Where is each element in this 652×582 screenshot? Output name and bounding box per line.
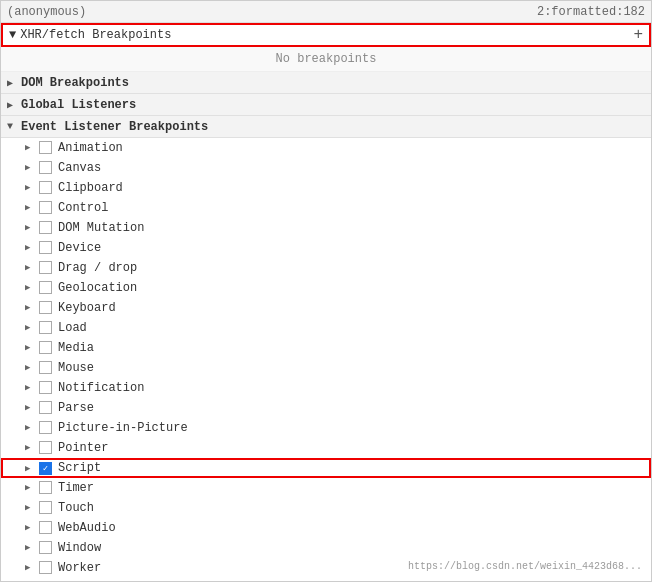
event-item-load[interactable]: ▶Load [1, 318, 651, 338]
watermark: https://blog.csdn.net/weixin_4423d68... [408, 561, 642, 572]
event-item-label-clipboard: Clipboard [58, 181, 123, 195]
event-item-checkbox-media[interactable] [39, 341, 52, 354]
event-item-arrow-picture-in-picture: ▶ [25, 422, 35, 433]
section-event-listener-breakpoints[interactable]: ▼ Event Listener Breakpoints [1, 116, 651, 138]
debugger-panel: (anonymous) 2:formatted:182 ▼ XHR/fetch … [0, 0, 652, 582]
event-item-arrow-parse: ▶ [25, 402, 35, 413]
event-item-checkbox-animation[interactable] [39, 141, 52, 154]
event-item-arrow-touch: ▶ [25, 502, 35, 513]
event-item-arrow-webaudio: ▶ [25, 522, 35, 533]
event-item-touch[interactable]: ▶Touch [1, 498, 651, 518]
event-item-clipboard[interactable]: ▶Clipboard [1, 178, 651, 198]
event-item-arrow-dom-mutation: ▶ [25, 222, 35, 233]
event-item-label-parse: Parse [58, 401, 94, 415]
event-item-label-notification: Notification [58, 381, 144, 395]
event-item-checkbox-load[interactable] [39, 321, 52, 334]
xhr-fetch-header[interactable]: ▼ XHR/fetch Breakpoints + [1, 23, 651, 47]
event-item-mouse[interactable]: ▶Mouse [1, 358, 651, 378]
event-item-checkbox-dom-mutation[interactable] [39, 221, 52, 234]
event-item-checkbox-notification[interactable] [39, 381, 52, 394]
dom-breakpoints-label: DOM Breakpoints [21, 76, 129, 90]
event-item-checkbox-mouse[interactable] [39, 361, 52, 374]
event-items-container: ▶Animation▶Canvas▶Clipboard▶Control▶DOM … [1, 138, 651, 581]
event-item-control[interactable]: ▶Control [1, 198, 651, 218]
event-item-label-dom-mutation: DOM Mutation [58, 221, 144, 235]
event-item-label-load: Load [58, 321, 87, 335]
event-item-label-worker: Worker [58, 561, 101, 575]
event-item-label-animation: Animation [58, 141, 123, 155]
event-item-label-script: Script [58, 461, 101, 475]
event-item-label-mouse: Mouse [58, 361, 94, 375]
event-item-label-canvas: Canvas [58, 161, 101, 175]
event-item-label-picture-in-picture: Picture-in-Picture [58, 421, 188, 435]
event-item-checkbox-timer[interactable] [39, 481, 52, 494]
event-item-device[interactable]: ▶Device [1, 238, 651, 258]
event-item-geolocation[interactable]: ▶Geolocation [1, 278, 651, 298]
event-item-arrow-load: ▶ [25, 322, 35, 333]
top-bar: (anonymous) 2:formatted:182 [1, 1, 651, 23]
event-item-checkbox-pointer[interactable] [39, 441, 52, 454]
event-item-arrow-keyboard: ▶ [25, 302, 35, 313]
event-item-label-window: Window [58, 541, 101, 555]
event-item-notification[interactable]: ▶Notification [1, 378, 651, 398]
event-item-checkbox-geolocation[interactable] [39, 281, 52, 294]
event-item-parse[interactable]: ▶Parse [1, 398, 651, 418]
event-listener-label: Event Listener Breakpoints [21, 120, 208, 134]
event-item-arrow-media: ▶ [25, 342, 35, 353]
event-item-checkbox-control[interactable] [39, 201, 52, 214]
event-item-checkbox-webaudio[interactable] [39, 521, 52, 534]
event-item-arrow-clipboard: ▶ [25, 182, 35, 193]
event-item-arrow-pointer: ▶ [25, 442, 35, 453]
event-item-keyboard[interactable]: ▶Keyboard [1, 298, 651, 318]
event-item-checkbox-drag-drop[interactable] [39, 261, 52, 274]
event-item-label-webaudio: WebAudio [58, 521, 116, 535]
event-item-checkbox-parse[interactable] [39, 401, 52, 414]
event-item-checkbox-picture-in-picture[interactable] [39, 421, 52, 434]
event-item-media[interactable]: ▶Media [1, 338, 651, 358]
event-item-label-device: Device [58, 241, 101, 255]
event-item-script[interactable]: ▶Script [1, 458, 651, 478]
section-dom-breakpoints[interactable]: ▶ DOM Breakpoints [1, 72, 651, 94]
event-item-label-pointer: Pointer [58, 441, 108, 455]
event-item-checkbox-device[interactable] [39, 241, 52, 254]
top-bar-location: 2:formatted:182 [537, 5, 645, 19]
event-item-label-control: Control [58, 201, 108, 215]
event-item-label-keyboard: Keyboard [58, 301, 116, 315]
event-item-drag-drop[interactable]: ▶Drag / drop [1, 258, 651, 278]
event-item-arrow-timer: ▶ [25, 482, 35, 493]
event-item-checkbox-touch[interactable] [39, 501, 52, 514]
top-bar-anonymous: (anonymous) [7, 5, 86, 19]
event-item-dom-mutation[interactable]: ▶DOM Mutation [1, 218, 651, 238]
event-item-arrow-geolocation: ▶ [25, 282, 35, 293]
event-item-checkbox-worker[interactable] [39, 561, 52, 574]
event-item-picture-in-picture[interactable]: ▶Picture-in-Picture [1, 418, 651, 438]
event-item-xhr[interactable]: ▶XHR [1, 578, 651, 581]
event-item-window[interactable]: ▶Window [1, 538, 651, 558]
event-item-arrow-script: ▶ [25, 463, 35, 474]
event-item-arrow-drag-drop: ▶ [25, 262, 35, 273]
global-listeners-label: Global Listeners [21, 98, 136, 112]
event-item-checkbox-clipboard[interactable] [39, 181, 52, 194]
xhr-fetch-header-left: ▼ XHR/fetch Breakpoints [9, 28, 171, 42]
event-item-checkbox-window[interactable] [39, 541, 52, 554]
event-item-animation[interactable]: ▶Animation [1, 138, 651, 158]
event-item-label-geolocation: Geolocation [58, 281, 137, 295]
main-scroll-area[interactable]: ▶ DOM Breakpoints ▶ Global Listeners ▼ E… [1, 72, 651, 581]
event-item-timer[interactable]: ▶Timer [1, 478, 651, 498]
xhr-add-button[interactable]: + [633, 27, 643, 43]
event-item-label-xhr: XHR [58, 581, 80, 582]
event-item-label-media: Media [58, 341, 94, 355]
event-item-label-drag-drop: Drag / drop [58, 261, 137, 275]
event-item-canvas[interactable]: ▶Canvas [1, 158, 651, 178]
event-listener-arrow: ▼ [7, 121, 19, 132]
event-item-webaudio[interactable]: ▶WebAudio [1, 518, 651, 538]
section-global-listeners[interactable]: ▶ Global Listeners [1, 94, 651, 116]
event-item-arrow-mouse: ▶ [25, 362, 35, 373]
event-item-label-touch: Touch [58, 501, 94, 515]
event-item-checkbox-canvas[interactable] [39, 161, 52, 174]
event-item-label-timer: Timer [58, 481, 94, 495]
event-item-pointer[interactable]: ▶Pointer [1, 438, 651, 458]
event-item-checkbox-keyboard[interactable] [39, 301, 52, 314]
event-item-arrow-animation: ▶ [25, 142, 35, 153]
event-item-checkbox-script[interactable] [39, 462, 52, 475]
